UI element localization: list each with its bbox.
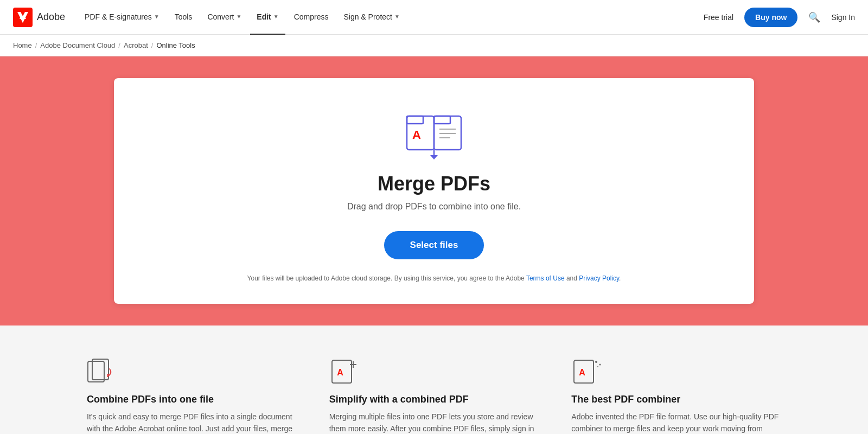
simplify-icon: A [329,358,362,385]
feature-best-title: The best PDF combiner [571,394,680,405]
feature-simplify: A Simplify with a combined PDF Merging m… [329,358,539,434]
disclaimer-text: Your files will be uploaded to Adobe clo… [247,275,621,282]
page-title: Merge PDFs [378,173,490,195]
breadcrumb-home[interactable]: Home [13,41,32,49]
main-nav: Adobe PDF & E-signatures ▼ Tools Convert… [0,0,868,35]
nav-item-edit[interactable]: Edit ▼ [250,0,285,35]
chevron-down-icon: ▼ [154,14,159,20]
free-trial-link[interactable]: Free trial [704,13,733,22]
nav-item-convert[interactable]: Convert ▼ [201,0,248,35]
privacy-policy-link[interactable]: Privacy Policy [579,275,619,282]
sign-in-link[interactable]: Sign In [831,13,855,22]
svg-rect-12 [92,359,108,380]
breadcrumb-separator: / [151,41,154,49]
feature-combine-title: Combine PDFs into one file [87,394,214,405]
feature-best-desc: Adobe invented the PDF file format. Use … [571,411,781,434]
svg-text:A: A [337,368,343,377]
feature-combine: Combine PDFs into one file It's quick an… [87,358,297,434]
svg-text:A: A [579,368,586,377]
svg-point-21 [599,364,601,366]
best-combiner-icon: A [571,358,604,385]
chevron-down-icon: ▼ [394,14,400,20]
terms-of-use-link[interactable]: Terms of Use [526,275,565,282]
nav-item-tools[interactable]: Tools [168,0,199,35]
svg-marker-10 [430,155,438,159]
select-files-button[interactable]: Select files [384,231,484,259]
combine-icon [87,358,119,385]
breadcrumb-separator: / [35,41,37,49]
feature-simplify-desc: Merging multiple files into one PDF lets… [329,411,539,434]
nav-item-compress[interactable]: Compress [288,0,335,35]
merge-pdf-icon: A [401,111,467,159]
buy-now-button[interactable]: Buy now [744,8,797,27]
svg-rect-2 [407,116,423,124]
nav-item-sign-protect[interactable]: Sign & Protect ▼ [337,0,406,35]
adobe-logo[interactable]: Adobe [13,8,65,27]
chevron-down-icon: ▼ [236,14,241,20]
nav-right: Free trial Buy now 🔍 Sign In [704,8,855,27]
adobe-brand-name: Adobe [37,11,65,23]
feature-best: A The best PDF combiner Adobe invented t… [571,358,781,434]
search-icon[interactable]: 🔍 [808,11,820,23]
breadcrumb-document-cloud[interactable]: Adobe Document Cloud [40,41,115,49]
breadcrumb-separator: / [118,41,120,49]
nav-items: PDF & E-signatures ▼ Tools Convert ▼ Edi… [78,0,704,35]
breadcrumb-current: Online Tools [156,41,195,49]
features-section: Combine PDFs into one file It's quick an… [0,326,868,434]
svg-rect-5 [434,116,450,124]
svg-point-22 [597,366,598,367]
feature-combine-desc: It's quick and easy to merge PDF files i… [87,411,297,434]
breadcrumb: Home / Adobe Document Cloud / Acrobat / … [0,35,868,56]
main-card: A Merge PDFs Drag and drop PDFs to combi… [114,78,754,304]
breadcrumb-acrobat[interactable]: Acrobat [124,41,148,49]
hero-section: A Merge PDFs Drag and drop PDFs to combi… [0,56,868,326]
svg-point-20 [595,361,597,363]
svg-rect-11 [88,361,104,382]
feature-simplify-title: Simplify with a combined PDF [329,394,469,405]
chevron-down-icon: ▼ [273,14,279,20]
page-subtitle: Drag and drop PDFs to combine into one f… [347,202,521,212]
nav-item-pdf-esignatures[interactable]: PDF & E-signatures ▼ [78,0,166,35]
svg-text:A: A [412,128,421,142]
adobe-logo-icon [13,8,33,27]
